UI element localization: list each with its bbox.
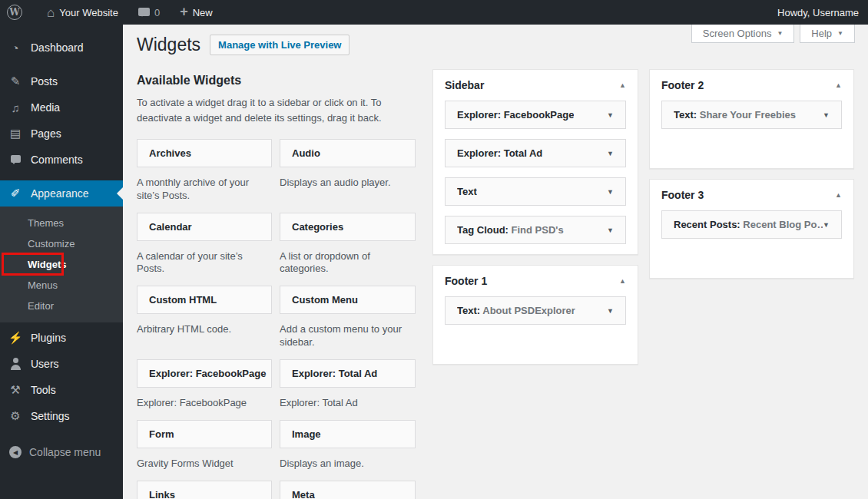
widget-areas-column-1: Sidebar ▲ Explorer: FacebookPage ▼ Explo… (432, 69, 638, 365)
area-title: Footer 2 (661, 79, 704, 91)
placed-widget[interactable]: Text ▼ (445, 177, 626, 206)
visit-site-link[interactable]: ⌂ Your Website (40, 0, 125, 25)
submenu-item-label: Customize (28, 238, 75, 250)
widget-card[interactable]: Custom Menu (280, 286, 416, 314)
placed-widget[interactable]: Text: About PSDExplorer ▼ (445, 296, 626, 325)
widget-card[interactable]: Archives (137, 139, 272, 167)
new-content-menu[interactable]: + New (173, 0, 220, 25)
admin-sidebar-menu: Dashboard Posts Media (0, 25, 123, 499)
widget-card[interactable]: Meta (280, 481, 416, 499)
placed-widget-subtitle: Recent Blog Po… (743, 219, 823, 230)
widget-card[interactable]: Custom HTML (137, 286, 272, 314)
chevron-up-icon[interactable]: ▲ (619, 277, 626, 285)
wordpress-menu[interactable]: W (0, 0, 29, 25)
collapse-menu-row: ◀ Collapse menu (0, 439, 123, 465)
widget-card[interactable]: Image (280, 420, 416, 448)
area-widget-list: Text: Share Your Freebies ▼ (650, 99, 853, 129)
collapse-menu-button[interactable]: ◀ Collapse menu (0, 439, 123, 465)
chevron-down-icon: ▼ (837, 30, 843, 37)
widget-card[interactable]: Audio (280, 139, 416, 167)
placed-widget[interactable]: Explorer: Total Ad ▼ (445, 139, 626, 167)
widget-card[interactable]: Explorer: Total Ad (280, 359, 416, 388)
chevron-up-icon[interactable]: ▲ (835, 81, 842, 89)
widget-card-title: Calendar (149, 221, 192, 233)
widget-card[interactable]: Calendar (137, 213, 272, 241)
sidebar-widget-area: Sidebar ▲ Explorer: FacebookPage ▼ Explo… (432, 69, 638, 255)
sidebar-menu-item[interactable]: Tools (0, 377, 123, 403)
chevron-down-icon[interactable]: ▼ (607, 150, 614, 157)
available-widget: Categories A list or dropdown of categor… (280, 213, 416, 286)
widget-card-title: Archives (149, 147, 191, 159)
submenu-item-label: Themes (28, 217, 64, 229)
chevron-down-icon: ▼ (777, 30, 783, 37)
available-widget: Links (137, 481, 272, 499)
widget-description: Displays an audio player. (280, 177, 416, 189)
menu-icon (8, 41, 23, 55)
widget-card-title: Explorer: Total Ad (292, 368, 377, 379)
sidebar-menu-item[interactable]: Users (0, 351, 123, 377)
menu-icon (8, 187, 23, 200)
available-widgets-panel: Available Widgets To activate a widget d… (137, 74, 416, 499)
sidebar-menu-item[interactable]: Posts (0, 68, 123, 94)
available-widget: Image Displays an image. (280, 420, 416, 481)
chevron-down-icon[interactable]: ▼ (607, 307, 614, 315)
widget-card-title: Custom HTML (149, 294, 217, 306)
menu-item-label: Comments (31, 154, 83, 166)
chevron-down-icon[interactable]: ▼ (823, 111, 830, 119)
manage-live-preview-button[interactable]: Manage with Live Preview (210, 35, 350, 55)
available-widget: Custom Menu Add a custom menu to your si… (280, 286, 416, 359)
chevron-down-icon[interactable]: ▼ (823, 221, 830, 229)
footer1-area-header[interactable]: Footer 1 ▲ (433, 266, 638, 295)
menu-item-label: Pages (31, 127, 61, 140)
sidebar-menu-item[interactable]: Media (0, 94, 123, 121)
sidebar-menu-item[interactable]: Pages (0, 121, 123, 147)
widget-card[interactable]: Explorer: FacebookPage (137, 359, 272, 388)
sidebar-menu-item[interactable]: Plugins (0, 325, 123, 351)
widget-card-title: Form (149, 428, 174, 440)
chevron-down-icon[interactable]: ▼ (607, 226, 614, 234)
submenu-item[interactable]: Widgets (0, 254, 123, 275)
placed-widget[interactable]: Explorer: FacebookPage ▼ (445, 101, 626, 129)
comments-count: 0 (154, 7, 160, 18)
menu-icon (8, 127, 23, 140)
comment-bubble-icon (138, 8, 150, 16)
menu-item-label: Users (31, 358, 59, 370)
widget-card[interactable]: Categories (280, 213, 416, 241)
placed-widget-title: Explorer: Total Ad (457, 147, 542, 159)
menu-separator (0, 61, 123, 68)
placed-widget[interactable]: Text: Share Your Freebies ▼ (661, 101, 842, 129)
widget-card[interactable]: Links (137, 481, 272, 499)
sidebar-area-header[interactable]: Sidebar ▲ (433, 70, 638, 99)
chevron-down-icon[interactable]: ▼ (607, 111, 614, 119)
account-menu[interactable]: Howdy, Username (770, 0, 868, 25)
chevron-up-icon[interactable]: ▲ (619, 81, 626, 89)
help-tab[interactable]: Help ▼ (800, 25, 855, 43)
footer3-area-header[interactable]: Footer 3 ▲ (650, 180, 853, 209)
screen-options-tab[interactable]: Screen Options ▼ (691, 25, 795, 43)
sidebar-menu-item[interactable]: Dashboard (0, 35, 123, 61)
available-widget: Explorer: Total Ad Explorer: Total Ad (280, 359, 416, 420)
area-title: Footer 1 (445, 275, 487, 287)
placed-widget[interactable]: Recent Posts: Recent Blog Po… ▼ (661, 210, 842, 239)
submenu-item[interactable]: Editor (0, 296, 123, 316)
submenu-item[interactable]: Themes (0, 213, 123, 233)
submenu-item[interactable]: Customize (0, 233, 123, 254)
widget-description: A calendar of your site’s Posts. (137, 250, 272, 276)
sidebar-menu-item[interactable]: Comments (0, 147, 123, 173)
new-label: New (193, 7, 213, 18)
sidebar-menu-item[interactable]: Settings (0, 403, 123, 429)
chevron-up-icon[interactable]: ▲ (835, 191, 842, 199)
chevron-down-icon[interactable]: ▼ (607, 188, 614, 196)
widget-card-title: Categories (292, 221, 343, 233)
widget-description: Displays an image. (280, 458, 416, 470)
sidebar-menu-item[interactable]: Appearance (0, 180, 123, 207)
menu-icon (8, 357, 23, 371)
site-name: Your Website (59, 7, 118, 18)
menu-icon (8, 153, 23, 167)
comments-shortcut[interactable]: 0 (131, 0, 167, 25)
menu-item-label: Appearance (31, 187, 89, 200)
footer2-area-header[interactable]: Footer 2 ▲ (650, 70, 853, 99)
widget-card[interactable]: Form (137, 420, 272, 448)
placed-widget[interactable]: Tag Cloud: Find PSD's ▼ (445, 216, 626, 244)
submenu-item[interactable]: Menus (0, 275, 123, 296)
